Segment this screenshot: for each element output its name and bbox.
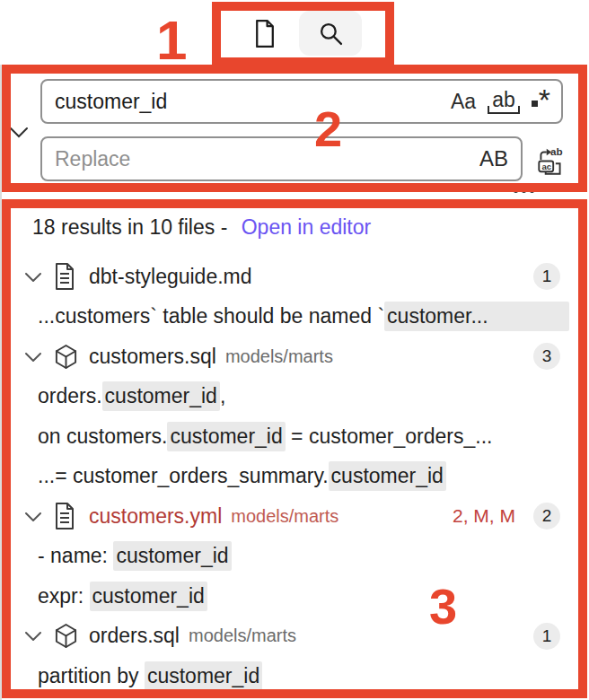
replace-input[interactable] — [42, 147, 479, 171]
match-pre: ...= customer_orders_summary. — [38, 464, 329, 488]
match-pre: ...customers` table should be named ` — [38, 304, 384, 328]
match-post: , — [220, 384, 225, 408]
match-row[interactable]: expr: customer_id — [0, 576, 589, 617]
chevron-down-icon[interactable] — [25, 512, 43, 521]
regex-dot — [532, 101, 538, 107]
preserve-case-toggle[interactable]: AB — [479, 148, 508, 170]
replace-input-shell: AB — [40, 136, 523, 181]
match-count-badge: 1 — [533, 623, 560, 650]
search-input[interactable] — [42, 90, 451, 114]
match-pre: partition by — [38, 664, 145, 688]
file-name: orders.sql — [89, 624, 180, 648]
match-highlight: customer... — [384, 302, 568, 331]
ellipsis-icon — [514, 188, 518, 193]
more-actions-button[interactable] — [514, 188, 534, 193]
match-highlight: customer_id — [145, 661, 262, 691]
whole-word-toggle[interactable]: ab — [490, 90, 517, 114]
match-row[interactable]: on customers.customer_id = customer_orde… — [0, 416, 589, 457]
chevron-down-icon — [9, 127, 29, 138]
match-row[interactable]: orders.customer_id, — [0, 377, 589, 417]
new-file-icon — [253, 20, 276, 48]
svg-text:ab: ab — [550, 145, 563, 157]
match-post: = customer_orders_... — [286, 424, 493, 449]
tab-search[interactable] — [299, 11, 362, 56]
search-options: Aa ab * — [451, 90, 550, 114]
regex-toggle[interactable]: * — [532, 93, 550, 110]
file-path: models/marts — [231, 506, 338, 527]
file-row-orders-sql[interactable]: orders.sql models/marts 1 — [0, 617, 589, 657]
file-path: models/marts — [189, 626, 296, 646]
document-icon — [54, 263, 81, 290]
match-pre: on customers. — [38, 424, 167, 449]
file-row-dbt-styleguide[interactable]: dbt-styleguide.md 1 — [0, 257, 589, 297]
regex-asterisk: * — [539, 92, 550, 109]
chevron-down-icon[interactable] — [25, 352, 43, 362]
view-switcher-bar — [0, 0, 589, 65]
match-highlight: customer_id — [329, 461, 446, 491]
match-row[interactable]: - name: customer_id — [0, 537, 589, 577]
file-row-customers-yml[interactable]: customers.yml models/marts 2, M, M 2 — [0, 496, 589, 537]
match-highlight: customer_id — [167, 422, 285, 451]
match-highlight: customer_id — [102, 381, 220, 411]
file-name: customers.yml — [89, 504, 222, 529]
file-path: models/marts — [225, 346, 333, 367]
chevron-down-icon[interactable] — [25, 272, 43, 282]
problems-git-status: 2, M, M — [453, 505, 515, 527]
whole-word-bracket — [488, 106, 520, 114]
tab-files[interactable] — [239, 11, 289, 56]
open-in-editor-link[interactable]: Open in editor — [242, 215, 371, 239]
match-pre: - name: — [38, 544, 113, 568]
chevron-down-icon[interactable] — [25, 631, 43, 641]
results-count: 18 results in 10 files - — [32, 215, 227, 239]
cube-icon — [54, 344, 81, 370]
match-count-badge: 2 — [533, 503, 560, 529]
replace-all-icon: ab ac — [534, 144, 567, 177]
search-input-shell: Aa ab * — [40, 79, 563, 124]
match-row[interactable]: ...= customer_orders_summary.customer_id — [0, 457, 589, 497]
match-pre: orders. — [38, 384, 102, 408]
document-icon — [54, 503, 81, 529]
match-highlight: customer_id — [90, 582, 207, 611]
match-row[interactable]: ...customers` table should be named `cus… — [0, 297, 589, 337]
file-name: dbt-styleguide.md — [89, 265, 252, 289]
match-count-badge: 3 — [533, 343, 560, 370]
svg-text:ac: ac — [541, 162, 551, 171]
search-sidebar: Aa ab * AB ab ac — [0, 0, 589, 700]
file-row-customers-sql[interactable]: customers.sql models/marts 3 — [0, 337, 589, 377]
replace-all-button[interactable]: ab ac — [533, 144, 567, 178]
match-count-badge: 1 — [533, 263, 560, 290]
cube-icon — [54, 623, 81, 649]
match-pre: expr: — [38, 584, 90, 608]
match-highlight: customer_id — [113, 541, 231, 571]
match-row[interactable]: partition by customer_id — [0, 656, 589, 696]
results-tree: dbt-styleguide.md 1 ...customers` table … — [0, 257, 589, 696]
results-summary: 18 results in 10 files - Open in editor — [32, 215, 371, 240]
search-icon — [319, 22, 343, 46]
match-case-toggle[interactable]: Aa — [451, 92, 476, 112]
file-name: customers.sql — [89, 345, 216, 369]
toggle-replace-button[interactable] — [5, 120, 32, 144]
